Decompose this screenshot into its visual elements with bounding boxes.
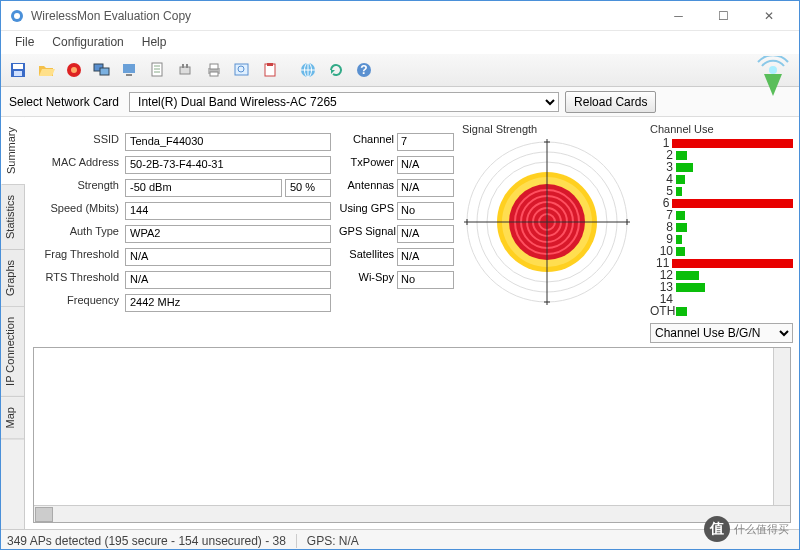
close-button[interactable]: ✕ <box>746 2 791 30</box>
config-icon[interactable] <box>117 57 143 83</box>
vertical-tabs: Summary Statistics Graphs IP Connection … <box>1 117 25 529</box>
scan-icon[interactable] <box>229 57 255 83</box>
log-icon[interactable] <box>145 57 171 83</box>
svg-rect-17 <box>210 72 218 76</box>
maximize-button[interactable]: ☐ <box>701 2 746 30</box>
menu-file[interactable]: File <box>7 33 42 51</box>
freq-value: 2442 MHz <box>125 294 331 312</box>
tab-ip-connection[interactable]: IP Connection <box>1 307 24 397</box>
frag-value: N/A <box>125 248 331 266</box>
help-icon[interactable]: ? <box>351 57 377 83</box>
gps-label: Using GPS <box>339 202 394 220</box>
statusbar: 349 APs detected (195 secure - 154 unsec… <box>1 529 799 550</box>
channel-label: Channel <box>339 133 394 151</box>
tab-statistics[interactable]: Statistics <box>1 185 24 250</box>
rts-label: RTS Threshold <box>31 271 121 289</box>
svg-text:?: ? <box>360 63 367 77</box>
adapter-icon[interactable] <box>173 57 199 83</box>
network-card-row: Select Network Card Intel(R) Dual Band W… <box>1 87 799 117</box>
channel-bars: 1234567891011121314OTH <box>650 137 793 319</box>
gps-value: No <box>397 202 454 220</box>
speed-value: 144 <box>125 202 331 220</box>
signal-strength-panel: Signal Strength <box>462 123 642 343</box>
gps-fields: Channel7 TxPowerN/A AntennasN/A Using GP… <box>339 123 454 343</box>
channel-value: 7 <box>397 133 454 151</box>
watermark-text: 什么值得买 <box>734 522 789 537</box>
svg-rect-13 <box>182 64 184 68</box>
strength-dbm: -50 dBm <box>125 179 282 197</box>
mac-label: MAC Address <box>31 156 121 174</box>
signal-strength-header: Signal Strength <box>462 123 642 135</box>
tab-graphs[interactable]: Graphs <box>1 250 24 307</box>
screens-icon[interactable] <box>89 57 115 83</box>
print-icon[interactable] <box>201 57 227 83</box>
tab-summary[interactable]: Summary <box>1 117 25 185</box>
satellites-label: Satellites <box>339 248 394 266</box>
svg-rect-9 <box>123 64 135 73</box>
status-gps: GPS: N/A <box>307 534 359 548</box>
tab-map[interactable]: Map <box>1 397 24 439</box>
horizontal-scrollbar[interactable] <box>34 505 790 522</box>
antenna-icon <box>752 56 794 98</box>
clipboard-icon[interactable] <box>257 57 283 83</box>
status-aps: 349 APs detected (195 secure - 154 unsec… <box>7 534 286 548</box>
svg-rect-21 <box>267 63 273 66</box>
svg-rect-12 <box>180 67 190 74</box>
freq-label: Frequency <box>31 294 121 312</box>
record-icon[interactable] <box>61 57 87 83</box>
reload-cards-button[interactable]: Reload Cards <box>565 91 656 113</box>
open-icon[interactable] <box>33 57 59 83</box>
speed-label: Speed (Mbits) <box>31 202 121 220</box>
svg-rect-16 <box>210 64 218 69</box>
rts-value: N/A <box>125 271 331 289</box>
globe-icon[interactable] <box>295 57 321 83</box>
radar-chart <box>462 137 632 307</box>
auth-label: Auth Type <box>31 225 121 243</box>
menu-help[interactable]: Help <box>134 33 175 51</box>
svg-point-26 <box>769 66 777 74</box>
window-title: WirelessMon Evaluation Copy <box>31 9 656 23</box>
mac-value: 50-2B-73-F4-40-31 <box>125 156 331 174</box>
strength-pct: 50 % <box>285 179 331 197</box>
txpower-label: TxPower <box>339 156 394 174</box>
minimize-button[interactable]: ─ <box>656 2 701 30</box>
frag-label: Frag Threshold <box>31 248 121 266</box>
svg-rect-14 <box>186 64 188 68</box>
wispy-value: No <box>397 271 454 289</box>
gpssignal-label: GPS Signal <box>339 225 394 243</box>
txpower-value: N/A <box>397 156 454 174</box>
channel-use-panel: Channel Use 1234567891011121314OTH Chann… <box>650 123 793 343</box>
menubar: File Configuration Help <box>1 31 799 53</box>
ssid-value: Tenda_F44030 <box>125 133 331 151</box>
menu-configuration[interactable]: Configuration <box>44 33 131 51</box>
svg-rect-3 <box>13 64 23 69</box>
ssid-label: SSID <box>31 133 121 151</box>
svg-point-6 <box>71 67 77 73</box>
svg-point-1 <box>14 13 20 19</box>
watermark: 值 什么值得买 <box>704 514 794 544</box>
gpssignal-value: N/A <box>397 225 454 243</box>
antennas-label: Antennas <box>339 179 394 197</box>
channel-use-select[interactable]: Channel Use B/G/N <box>650 323 793 343</box>
app-icon <box>9 8 25 24</box>
svg-rect-8 <box>100 68 109 75</box>
save-icon[interactable] <box>5 57 31 83</box>
network-card-select[interactable]: Intel(R) Dual Band Wireless-AC 7265 <box>129 92 559 112</box>
wispy-label: Wi-Spy <box>339 271 394 289</box>
toolbar: ? <box>1 53 799 87</box>
satellites-value: N/A <box>397 248 454 266</box>
antennas-value: N/A <box>397 179 454 197</box>
svg-rect-10 <box>126 74 132 76</box>
refresh-icon[interactable] <box>323 57 349 83</box>
titlebar: WirelessMon Evaluation Copy ─ ☐ ✕ <box>1 1 799 31</box>
vertical-scrollbar[interactable] <box>773 348 790 505</box>
auth-value: WPA2 <box>125 225 331 243</box>
ap-list[interactable] <box>33 347 791 523</box>
strength-label: Strength <box>31 179 121 197</box>
watermark-icon: 值 <box>704 516 730 542</box>
network-card-label: Select Network Card <box>9 95 123 109</box>
svg-rect-4 <box>14 71 22 76</box>
channel-row: OTH <box>650 305 793 317</box>
scroll-thumb[interactable] <box>35 507 53 522</box>
connection-fields: SSIDTenda_F44030 MAC Address50-2B-73-F4-… <box>31 123 331 343</box>
